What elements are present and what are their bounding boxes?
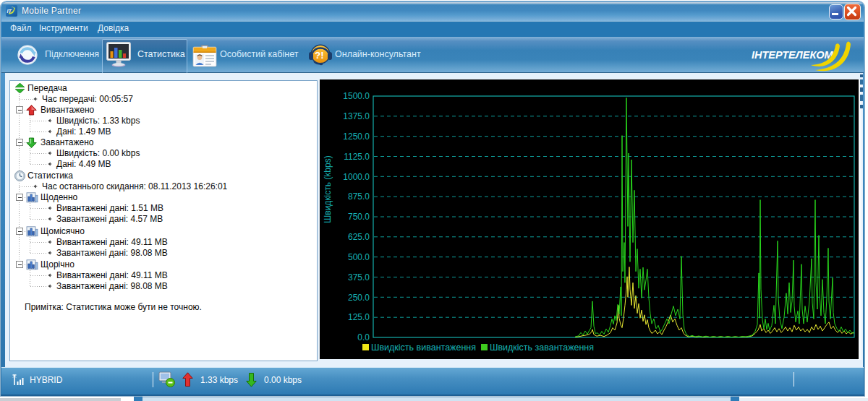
svg-text:250.0: 250.0 (348, 293, 370, 303)
svg-text:0.0: 0.0 (357, 332, 370, 342)
svg-text:375.0: 375.0 (348, 272, 370, 283)
svg-text:1500.0: 1500.0 (343, 91, 370, 101)
svg-text:1000.0: 1000.0 (343, 172, 370, 182)
svg-text:1125.0: 1125.0 (344, 152, 370, 162)
svg-text:750.0: 750.0 (348, 212, 370, 222)
svg-text:Швидкість завантаження: Швидкість завантаження (490, 342, 594, 353)
svg-text:1375.0: 1375.0 (343, 111, 370, 121)
svg-text:625.0: 625.0 (348, 232, 370, 242)
svg-text:1250.0: 1250.0 (343, 131, 370, 142)
svg-text:125.0: 125.0 (348, 312, 370, 322)
svg-text:?!: ?! (315, 50, 324, 61)
svg-text:875.0: 875.0 (348, 191, 370, 202)
svg-text:Швидкість вивантаження: Швидкість вивантаження (371, 342, 476, 353)
svg-text:Швидкість (kbps): Швидкість (kbps) (323, 155, 333, 223)
svg-text:500.0: 500.0 (348, 252, 370, 262)
